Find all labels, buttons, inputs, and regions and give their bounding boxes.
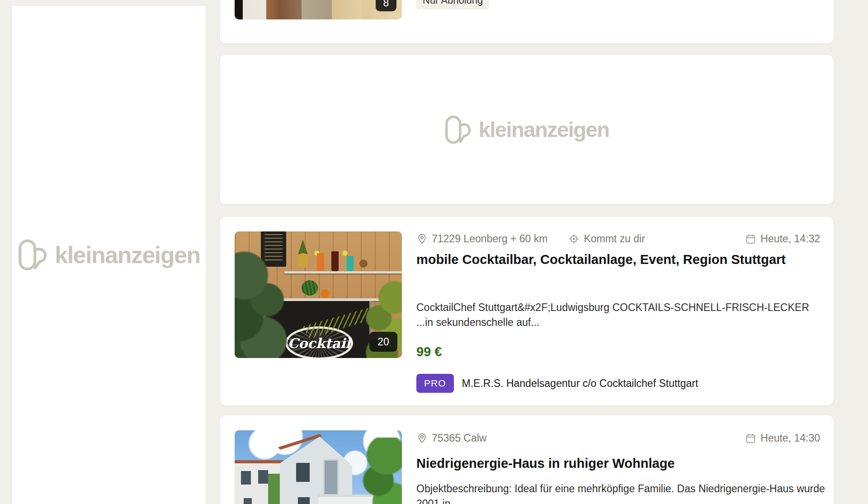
listing-card-cocktailbar[interactable]: Cocktail 20 71229 Leonberg + 60 km <box>219 216 834 406</box>
photo-art <box>302 280 318 296</box>
listing-card-house[interactable]: 75365 Calw Heute, 14:30 Niedrigenergie-H… <box>219 415 834 504</box>
photo-art <box>317 253 324 271</box>
kleinanzeigen-logo-icon <box>18 236 47 273</box>
photo-art <box>296 463 310 482</box>
photo-art <box>297 253 309 268</box>
photo-art <box>331 251 339 271</box>
date-text: Heute, 14:30 <box>760 432 820 444</box>
location: 71229 Leonberg + 60 km <box>416 233 547 245</box>
listing-image[interactable]: 8 <box>235 0 402 19</box>
listing-card-partial[interactable]: 8 Nur Abholung <box>219 0 834 44</box>
kleinanzeigen-logo: kleinanzeigen <box>18 236 200 273</box>
listing-title[interactable]: mobile Cocktailbar, Cocktailanlage, Even… <box>416 251 786 268</box>
photo-art <box>357 438 402 504</box>
location-text: 71229 Leonberg + 60 km <box>432 233 547 245</box>
listing-description: CocktailChef Stuttgart&#x2F;Ludwigsburg … <box>416 300 828 330</box>
photo-art <box>321 289 330 298</box>
photo-art <box>244 498 252 504</box>
ad-placeholder-card: kleinanzeigen <box>219 54 834 205</box>
shipping-info: Kommt zu dir <box>568 233 645 245</box>
photo-art <box>258 470 268 484</box>
photo-art <box>268 474 280 504</box>
pro-badge: PRO <box>416 374 454 393</box>
date-text: Heute, 14:32 <box>760 233 820 245</box>
image-count-badge: 8 <box>376 0 396 11</box>
seller-name: M.E.R.S. Handelsagentur c/o Cocktailchef… <box>462 377 698 390</box>
listing-image[interactable]: Cocktail 20 <box>235 231 402 358</box>
listing-meta-row: 75365 Calw Heute, 14:30 <box>416 432 820 444</box>
photo-art <box>284 271 402 273</box>
listing-meta-row: 71229 Leonberg + 60 km Kommt zu dir Heut… <box>416 233 820 245</box>
listing-price: 99 € <box>416 344 442 359</box>
sidebar-logo-text: kleinanzeigen <box>55 241 200 268</box>
photo-art <box>347 256 354 271</box>
photo-art <box>323 459 339 495</box>
image-count-badge: 20 <box>369 332 397 352</box>
listing-date: Heute, 14:32 <box>745 233 820 245</box>
shipping-tag: Nur Abholung <box>416 0 489 9</box>
placeholder-logo-text: kleinanzeigen <box>479 117 609 142</box>
location-pin-icon <box>416 233 428 245</box>
listing-description: Objektbeschreibung: Ideal für eine mehrk… <box>416 481 828 504</box>
location: 75365 Calw <box>416 432 486 444</box>
photo-art <box>235 245 298 358</box>
seller-row: PRO M.E.R.S. Handelsagentur c/o Cocktail… <box>416 374 698 393</box>
delivery-target-icon <box>568 233 580 245</box>
calendar-icon <box>745 233 756 245</box>
sidebar: kleinanzeigen <box>12 6 206 504</box>
kleinanzeigen-logo-icon <box>444 113 472 146</box>
photo-art <box>298 497 310 504</box>
photo-art <box>241 471 251 485</box>
listing-date: Heute, 14:30 <box>745 432 820 444</box>
photo-art <box>359 259 368 268</box>
calendar-icon <box>745 433 756 444</box>
listing-image[interactable] <box>235 430 402 504</box>
location-pin-icon <box>416 433 428 444</box>
image-count: 20 <box>377 336 389 348</box>
kleinanzeigen-logo: kleinanzeigen <box>444 113 609 146</box>
photo-art <box>342 250 348 256</box>
image-count: 8 <box>383 0 389 9</box>
listing-title[interactable]: Niedrigenergie-Haus in ruhiger Wohnlage <box>416 455 675 472</box>
location-text: 75365 Calw <box>432 432 486 444</box>
shipping-text: Kommt zu dir <box>584 233 645 245</box>
